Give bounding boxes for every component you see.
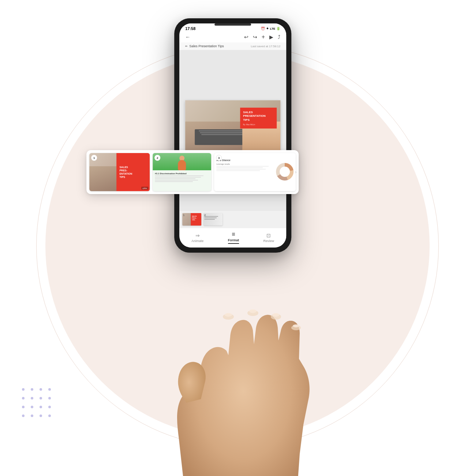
tab-animate[interactable]: ⇒ Animate [191, 233, 203, 243]
format-label: Format [228, 238, 239, 242]
review-label: Review [263, 239, 274, 243]
thumbnails-strip[interactable]: 1 SALESPRES...TIPS 2 [179, 211, 286, 228]
lte-label: LTE [270, 27, 276, 30]
preview-slide-1[interactable]: 1 SALESPRES-ENTATIONTIPS zylker [89, 153, 150, 191]
status-time: 17:58 [185, 26, 195, 31]
tab-format[interactable]: ≡ Format [228, 231, 239, 244]
redo-icon[interactable]: ↪ [253, 34, 257, 40]
preview-slide3-subtitle: Leverage results [216, 163, 274, 165]
scene: 17:58 ⏰ ✦ LTE 🔋 ← ↩ ↪ + ▶ [0, 0, 475, 476]
share-icon[interactable]: ⤴ [278, 34, 280, 40]
file-title: ✏ Sales Presentation Tips [185, 44, 224, 48]
edit-icon: ✏ [185, 45, 188, 48]
slide-title-box: SALESPRESENTATIONTIPS By: Max McLin [240, 108, 277, 129]
slide-preview-panel: 1 SALESPRES-ENTATIONTIPS zylker 2 [86, 150, 299, 194]
phone-screen: 17:58 ⏰ ✦ LTE 🔋 ← ↩ ↪ + ▶ [179, 23, 286, 248]
preview-num-3: 3 [216, 155, 222, 161]
thumbnail-1[interactable]: 1 SALESPRES...TIPS [182, 213, 201, 226]
battery-icon: 🔋 [276, 27, 280, 30]
preview-slide3-title: At a Glance [216, 159, 293, 161]
thumb-num-2: 2 [204, 214, 206, 216]
animate-icon: ⇒ [195, 233, 200, 238]
phone-notch [214, 23, 251, 26]
tab-review[interactable]: ⊡ Review [263, 233, 274, 243]
preview-donut-chart [276, 163, 293, 181]
phone: 17:58 ⏰ ✦ LTE 🔋 ← ↩ ↪ + ▶ [174, 18, 291, 253]
back-icon[interactable]: ← [185, 34, 190, 40]
preview-slide2-title: #3.1 Discrimination Prohibited [155, 172, 209, 175]
last-saved-text: Last saved at 17:58:12 [251, 45, 280, 48]
status-icons: ⏰ ✦ LTE 🔋 [261, 27, 281, 30]
phone-wrapper: 17:58 ⏰ ✦ LTE 🔋 ← ↩ ↪ + ▶ [174, 18, 291, 253]
format-icon: ≡ [232, 231, 235, 238]
preview-red-box-1: SALESPRES-ENTATIONTIPS [116, 153, 150, 191]
play-icon[interactable]: ▶ [269, 34, 273, 40]
slide-author: By: Max McLin [243, 123, 274, 126]
undo-icon[interactable]: ↩ [244, 34, 248, 40]
top-nav: ← ↩ ↪ + ▶ ⤴ [179, 32, 286, 42]
preview-logo-1: zylker [141, 187, 148, 190]
alarm-icon: ⏰ [261, 27, 265, 30]
bottom-nav: ⇒ Animate ≡ Format ⊡ Review [179, 228, 286, 248]
preview-num-2: 2 [154, 155, 160, 161]
scroll-indicator: › [295, 170, 296, 175]
active-tab-indicator [228, 243, 239, 244]
file-name: Sales Presentation Tips [189, 44, 224, 48]
dot-grid-decoration [22, 388, 55, 421]
preview-num-1: 1 [91, 155, 97, 161]
signal-icon: ✦ [266, 27, 269, 30]
review-icon: ⊡ [266, 233, 271, 238]
preview-title-1: SALESPRES-ENTATIONTIPS [119, 166, 147, 179]
thumbnail-2[interactable]: 2 [203, 213, 222, 226]
thumb-num-1: 1 [183, 214, 184, 216]
add-icon[interactable]: + [262, 34, 265, 40]
nav-actions: ↩ ↪ + ▶ ⤴ [244, 34, 280, 40]
slide-main-title: SALESPRESENTATIONTIPS [243, 111, 274, 122]
preview-slide-3[interactable]: 3 At a Glance Leverage results [214, 153, 296, 191]
animate-label: Animate [191, 239, 203, 243]
file-title-bar: ✏ Sales Presentation Tips Last saved at … [179, 42, 286, 50]
preview-slide-2[interactable]: 2 #3.1 Discrimination Prohibited [153, 153, 211, 191]
